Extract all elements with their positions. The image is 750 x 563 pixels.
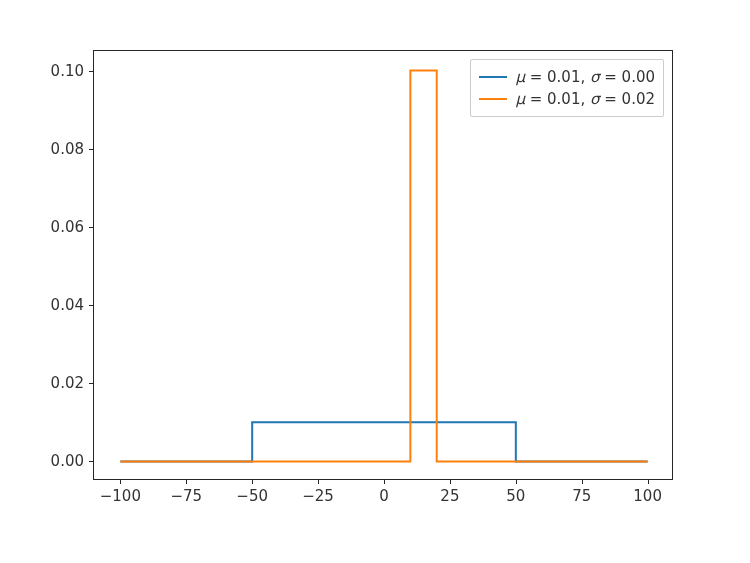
legend-label: μ = 0.01, σ = 0.02	[515, 90, 655, 108]
x-tick-label: −25	[302, 487, 334, 505]
x-tick-mark	[648, 479, 649, 484]
x-tick-label: −50	[236, 487, 268, 505]
legend-swatch	[479, 98, 507, 100]
x-tick-mark	[450, 479, 451, 484]
x-tick-label: 50	[506, 487, 525, 505]
y-tick-mark	[89, 305, 94, 306]
legend: μ = 0.01, σ = 0.00 μ = 0.01, σ = 0.02	[470, 59, 664, 117]
x-tick-label: 25	[440, 487, 459, 505]
x-tick-label: 100	[633, 487, 662, 505]
y-tick-label: 0.10	[51, 62, 84, 80]
mu-symbol: μ	[515, 68, 525, 86]
series-line-1	[120, 71, 647, 462]
legend-text: = 0.02	[599, 90, 655, 108]
legend-entry: μ = 0.01, σ = 0.00	[479, 66, 655, 88]
y-tick-label: 0.00	[51, 452, 84, 470]
x-tick-mark	[582, 479, 583, 484]
y-tick-label: 0.06	[51, 218, 84, 236]
y-tick-mark	[89, 383, 94, 384]
x-tick-mark	[186, 479, 187, 484]
x-tick-mark	[516, 479, 517, 484]
x-tick-label: −75	[170, 487, 202, 505]
y-tick-label: 0.02	[51, 374, 84, 392]
x-tick-mark	[120, 479, 121, 484]
x-tick-label: −100	[100, 487, 141, 505]
x-tick-mark	[252, 479, 253, 484]
y-tick-label: 0.08	[51, 140, 84, 158]
legend-label: μ = 0.01, σ = 0.00	[515, 68, 655, 86]
y-tick-mark	[89, 227, 94, 228]
axes: −100 −75 −50 −25 0 25 50 75 100 0.00 0.0…	[93, 50, 673, 480]
figure: −100 −75 −50 −25 0 25 50 75 100 0.00 0.0…	[0, 0, 750, 563]
y-tick-mark	[89, 149, 94, 150]
y-tick-label: 0.04	[51, 296, 84, 314]
x-tick-label: 75	[572, 487, 591, 505]
mu-symbol: μ	[515, 90, 525, 108]
y-tick-mark	[89, 71, 94, 72]
legend-entry: μ = 0.01, σ = 0.02	[479, 88, 655, 110]
x-tick-mark	[318, 479, 319, 484]
legend-swatch	[479, 76, 507, 78]
y-tick-mark	[89, 461, 94, 462]
legend-text: = 0.01,	[525, 68, 590, 86]
series-line-0	[120, 422, 647, 461]
x-tick-mark	[384, 479, 385, 484]
legend-text: = 0.00	[599, 68, 655, 86]
legend-text: = 0.01,	[525, 90, 590, 108]
x-tick-label: 0	[379, 487, 389, 505]
